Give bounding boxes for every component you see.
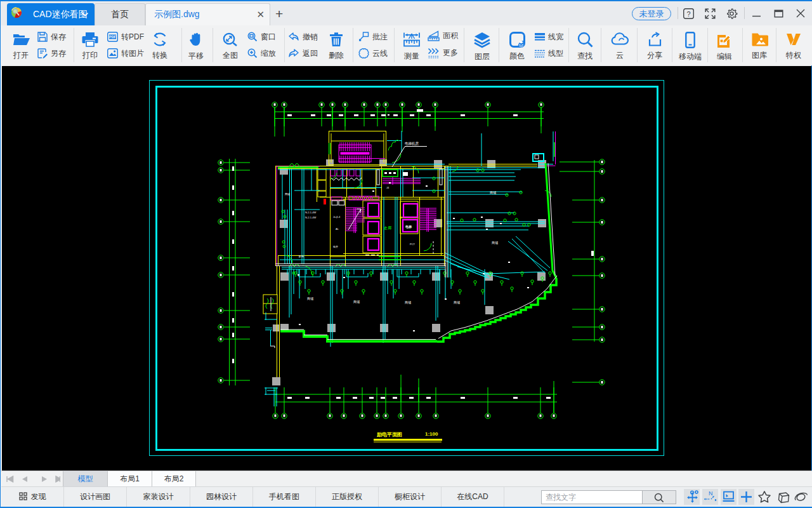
svg-text:商铺: 商铺 [405, 300, 411, 304]
svg-text:1:100: 1:100 [425, 431, 438, 437]
svg-text:电梯: 电梯 [405, 225, 412, 229]
svg-text:商铺: 商铺 [490, 190, 496, 194]
svg-text:励电平面图: 励电平面图 [376, 432, 402, 438]
svg-text:商铺: 商铺 [307, 297, 313, 300]
svg-text:电梯机房: 电梯机房 [405, 142, 419, 146]
svg-text:N-2-1-4W: N-2-1-4W [305, 216, 317, 219]
svg-text:PDF: PDF [109, 35, 116, 39]
svg-text:AL: AL [336, 227, 339, 231]
svg-text:商铺: 商铺 [454, 300, 460, 304]
svg-text:电井: 电井 [333, 245, 338, 248]
svg-text:配电: 配电 [299, 255, 304, 258]
svg-text:商铺: 商铺 [353, 300, 360, 304]
svg-text:Jx-β-4: Jx-β-4 [333, 215, 341, 218]
svg-text:?: ? [686, 10, 690, 18]
svg-text:PCT: PCT [410, 243, 416, 246]
svg-text:走廊: 走廊 [384, 225, 391, 231]
svg-text:商铺: 商铺 [492, 241, 498, 244]
svg-text:N-2-1-4W: N-2-1-4W [305, 211, 317, 214]
svg-text:N: N [709, 490, 713, 497]
svg-text:商铺: 商铺 [285, 192, 290, 196]
